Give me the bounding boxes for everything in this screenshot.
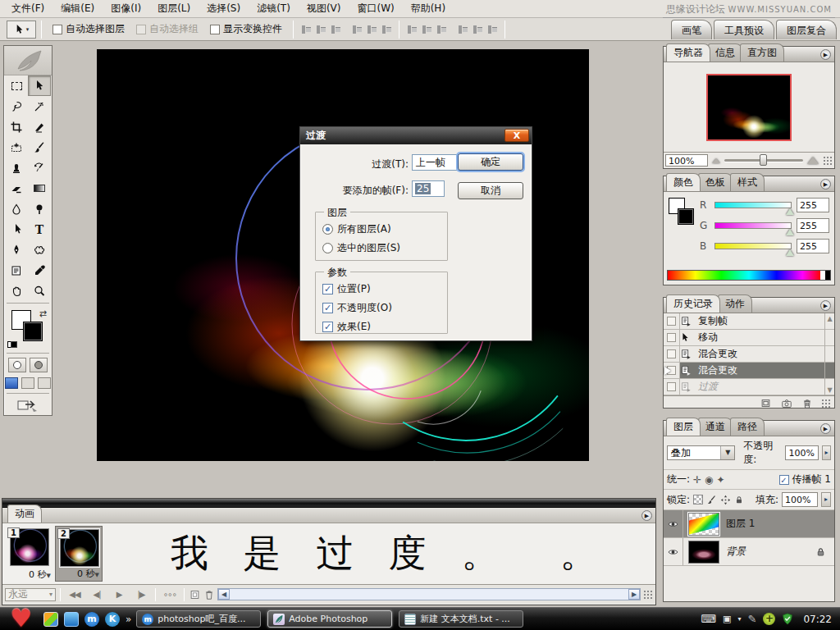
navigator-zoom-slider[interactable] bbox=[724, 159, 803, 162]
green-slider-thumb[interactable] bbox=[786, 229, 794, 235]
standard-screen-button[interactable] bbox=[5, 377, 18, 389]
frame-delay-selector[interactable]: 0 秒▼ bbox=[77, 568, 99, 580]
opacity-checkbox[interactable]: ✓ 不透明度(O) bbox=[322, 301, 447, 315]
taskbar-window-photoshop[interactable]: Adobe Photoshop bbox=[267, 610, 392, 628]
history-source-checkbox[interactable] bbox=[664, 346, 680, 362]
background-thumbnail[interactable] bbox=[688, 541, 719, 564]
history-source-checkbox[interactable] bbox=[664, 313, 680, 329]
new-frame-button[interactable] bbox=[189, 589, 201, 600]
play-button[interactable]: ▶ bbox=[109, 587, 129, 602]
tween-button[interactable]: ∘∘∘ bbox=[160, 587, 180, 602]
menu-file[interactable]: 文件(F) bbox=[3, 0, 52, 18]
lock-position-icon[interactable] bbox=[720, 495, 731, 505]
history-item-future[interactable]: 过渡 bbox=[664, 379, 834, 395]
tab-actions[interactable]: 动作 bbox=[718, 294, 752, 313]
type-tool[interactable]: T bbox=[28, 219, 51, 240]
tab-histogram[interactable]: 直方图 bbox=[740, 43, 784, 62]
slice-tool[interactable] bbox=[28, 116, 51, 137]
layer-row-layer1[interactable]: 图层 1 bbox=[664, 510, 834, 538]
history-item[interactable]: 混合更改 bbox=[664, 346, 834, 363]
gradient-tool[interactable] bbox=[28, 178, 51, 199]
menu-edit[interactable]: 编辑(E) bbox=[52, 0, 103, 18]
menu-image[interactable]: 图像(I) bbox=[103, 0, 149, 18]
history-item[interactable]: 复制帧 bbox=[664, 313, 834, 330]
hand-tool[interactable] bbox=[5, 281, 28, 301]
animation-horizontal-scrollbar[interactable]: ◀ ▶ bbox=[217, 588, 641, 600]
previous-frame-button[interactable]: ◀| bbox=[87, 587, 107, 602]
first-frame-button[interactable]: ◀◀ bbox=[65, 587, 84, 602]
unify-style-icon[interactable]: ✦ bbox=[717, 474, 725, 486]
marquee-tool[interactable] bbox=[5, 75, 28, 96]
current-tool-button[interactable]: ▾ bbox=[7, 21, 36, 39]
next-frame-button[interactable]: |▶ bbox=[131, 587, 151, 602]
unify-visibility-icon[interactable]: ◉ bbox=[705, 474, 713, 486]
clone-stamp-tool[interactable] bbox=[5, 158, 28, 178]
color-spectrum-ramp[interactable] bbox=[667, 270, 831, 281]
scroll-left-icon[interactable]: ◀ bbox=[218, 589, 230, 600]
tab-color[interactable]: 颜色 bbox=[666, 173, 701, 191]
lock-transparency-icon[interactable] bbox=[693, 495, 703, 504]
selected-layers-radio[interactable]: 选中的图层(S) bbox=[322, 241, 447, 255]
well-tab-brushes[interactable]: 画笔 bbox=[671, 20, 712, 39]
menu-select[interactable]: 选择(S) bbox=[199, 0, 249, 18]
zoom-tool[interactable] bbox=[28, 281, 51, 301]
well-tab-layer-comps[interactable]: 图层复合 bbox=[776, 20, 837, 39]
delete-trash-icon[interactable] bbox=[801, 398, 813, 409]
menu-window[interactable]: 窗口(W) bbox=[349, 0, 402, 18]
loop-count-select[interactable]: 永远 ▾ bbox=[5, 588, 56, 601]
lasso-tool[interactable] bbox=[5, 96, 28, 116]
well-tab-tool-presets[interactable]: 工具预设 bbox=[714, 20, 774, 39]
start-button-heart-icon[interactable]: ♥ bbox=[10, 609, 32, 628]
animation-frame-2-selected[interactable]: 2 0 秒▼ bbox=[55, 526, 103, 582]
blend-dropdown-arrow[interactable]: ▼ bbox=[720, 446, 734, 459]
history-item-selected[interactable]: 混合更改 bbox=[664, 363, 834, 379]
cancel-button[interactable]: 取消 bbox=[458, 182, 523, 199]
tab-info[interactable]: 信息 bbox=[708, 43, 742, 62]
visibility-toggle[interactable] bbox=[664, 538, 683, 565]
navigator-zoom-field[interactable]: 100% bbox=[665, 154, 708, 167]
new-snapshot-camera-icon[interactable] bbox=[780, 398, 793, 409]
fullscreen-menubar-button[interactable] bbox=[21, 377, 34, 389]
keyboard-layout-icon[interactable]: ⌨ bbox=[701, 613, 716, 625]
green-slider[interactable] bbox=[714, 222, 792, 229]
history-source-checkbox[interactable] bbox=[664, 379, 680, 395]
notes-tool[interactable] bbox=[5, 260, 28, 281]
blue-slider-thumb[interactable] bbox=[786, 249, 794, 256]
new-document-from-state-icon[interactable] bbox=[760, 398, 772, 409]
lock-pixels-icon[interactable] bbox=[706, 495, 717, 505]
background-swatch[interactable] bbox=[678, 208, 694, 225]
history-source-checkbox[interactable] bbox=[664, 363, 680, 378]
background-color-swatch[interactable] bbox=[23, 322, 43, 341]
palette-menu-button[interactable]: ▶ bbox=[641, 510, 652, 521]
slider-handle[interactable] bbox=[760, 154, 767, 166]
move-tool[interactable] bbox=[28, 75, 51, 96]
tab-history[interactable]: 历史记录 bbox=[666, 294, 720, 313]
menu-filter[interactable]: 滤镜(T) bbox=[249, 0, 299, 18]
tab-navigator[interactable]: 导航器 bbox=[666, 43, 710, 62]
propagate-frame-checkbox[interactable]: ✓ 传播帧 1 bbox=[779, 472, 831, 486]
display-icon[interactable]: ▣ bbox=[723, 614, 731, 624]
eraser-tool[interactable] bbox=[5, 178, 28, 199]
blend-mode-select[interactable]: 叠加 ▼ bbox=[667, 445, 735, 460]
palette-menu-button[interactable]: ▶ bbox=[820, 423, 831, 434]
scroll-right-icon[interactable]: ▶ bbox=[628, 589, 640, 600]
tray-expand-icon[interactable]: ▾ bbox=[737, 615, 741, 623]
history-brush-tool[interactable] bbox=[28, 158, 51, 178]
brush-tool[interactable] bbox=[28, 137, 51, 158]
unify-position-icon[interactable]: ✛ bbox=[693, 474, 701, 486]
magic-wand-tool[interactable] bbox=[28, 96, 51, 116]
effects-checkbox[interactable]: ✓ 效果(E) bbox=[322, 320, 447, 334]
blur-tool[interactable] bbox=[5, 199, 28, 219]
red-slider[interactable] bbox=[714, 202, 792, 208]
layer1-thumbnail[interactable] bbox=[688, 513, 719, 536]
zoom-out-icon[interactable] bbox=[712, 158, 720, 163]
scroll-down-icon[interactable]: ▼ bbox=[827, 386, 832, 394]
position-checkbox[interactable]: ✓ 位置(P) bbox=[322, 282, 447, 296]
blue-slider[interactable] bbox=[714, 243, 792, 249]
resize-grip[interactable] bbox=[643, 590, 653, 600]
pen-tool[interactable] bbox=[5, 240, 28, 260]
healing-brush-tool[interactable] bbox=[5, 137, 28, 158]
tray-shield-icon[interactable] bbox=[782, 613, 793, 625]
eyedropper-tool[interactable] bbox=[28, 260, 51, 281]
tab-swatches[interactable]: 色板 bbox=[698, 173, 733, 191]
